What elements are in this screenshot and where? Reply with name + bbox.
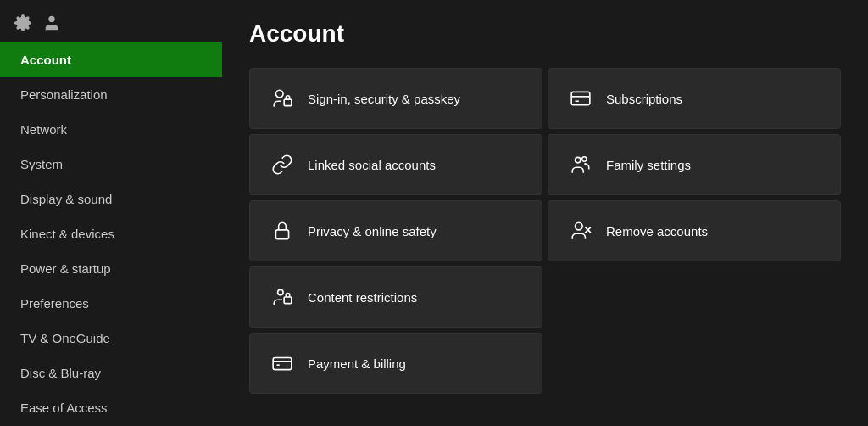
svg-point-1 (275, 90, 283, 98)
sidebar-item-display-sound[interactable]: Display & sound (0, 182, 222, 216)
svg-point-0 (48, 16, 54, 22)
gear-icon[interactable] (14, 14, 32, 32)
card-privacy-safety[interactable]: Privacy & online safety (249, 200, 542, 261)
lock-icon (270, 219, 294, 243)
sidebar-item-network[interactable]: Network (0, 112, 222, 147)
svg-rect-2 (284, 99, 292, 106)
card-label-payment-billing: Payment & billing (308, 356, 406, 371)
sidebar-item-disc-bluray[interactable]: Disc & Blu-ray (0, 356, 222, 390)
subscriptions-icon (569, 87, 593, 110)
card-label-subscriptions: Subscriptions (606, 92, 682, 106)
svg-point-10 (278, 289, 284, 295)
sidebar-nav: AccountPersonalizationNetworkSystemDispl… (0, 42, 222, 425)
person-lock-icon (270, 87, 294, 110)
sidebar-item-system[interactable]: System (0, 147, 222, 182)
linked-social-icon (270, 153, 294, 177)
svg-point-4 (576, 157, 581, 163)
content-restrict-icon (270, 285, 294, 309)
card-label-linked-social: Linked social accounts (308, 158, 436, 172)
card-remove-accounts[interactable]: Remove accounts (548, 200, 841, 261)
card-sign-in[interactable]: Sign-in, security & passkey (249, 68, 542, 129)
sidebar-item-kinect-devices[interactable]: Kinect & devices (0, 216, 222, 251)
card-subscriptions[interactable]: Subscriptions (548, 68, 841, 129)
family-icon (569, 153, 593, 177)
user-icon[interactable] (42, 14, 61, 32)
sidebar-item-preferences[interactable]: Preferences (0, 286, 222, 321)
sidebar-item-ease-of-access[interactable]: Ease of Access (0, 390, 222, 425)
card-label-remove-accounts: Remove accounts (606, 224, 708, 238)
card-family-settings[interactable]: Family settings (548, 134, 841, 195)
card-linked-social[interactable]: Linked social accounts (249, 134, 542, 195)
card-payment-billing[interactable]: Payment & billing (249, 333, 542, 394)
sidebar-item-power-startup[interactable]: Power & startup (0, 251, 222, 286)
svg-point-5 (582, 157, 587, 161)
page-title: Account (249, 20, 841, 48)
sidebar-item-account[interactable]: Account (0, 42, 222, 77)
svg-point-7 (576, 222, 583, 230)
svg-rect-11 (284, 297, 292, 304)
sidebar-item-personalization[interactable]: Personalization (0, 77, 222, 112)
svg-rect-6 (275, 230, 288, 239)
card-label-sign-in: Sign-in, security & passkey (308, 92, 460, 106)
card-content-restrictions[interactable]: Content restrictions (249, 266, 542, 328)
main-content: Account Sign-in, security & passkey Subs… (222, 0, 868, 426)
sidebar-top-icons (0, 7, 222, 42)
sidebar: AccountPersonalizationNetworkSystemDispl… (0, 0, 222, 426)
card-label-content-restrictions: Content restrictions (308, 290, 417, 305)
svg-rect-12 (273, 358, 292, 370)
payment-icon (270, 351, 294, 375)
card-label-privacy-safety: Privacy & online safety (308, 224, 437, 238)
account-grid: Sign-in, security & passkey Subscription… (249, 68, 841, 394)
sidebar-item-tv-oneguide[interactable]: TV & OneGuide (0, 321, 222, 356)
remove-person-icon (569, 219, 593, 243)
card-label-family-settings: Family settings (606, 158, 691, 172)
svg-rect-3 (571, 92, 590, 104)
